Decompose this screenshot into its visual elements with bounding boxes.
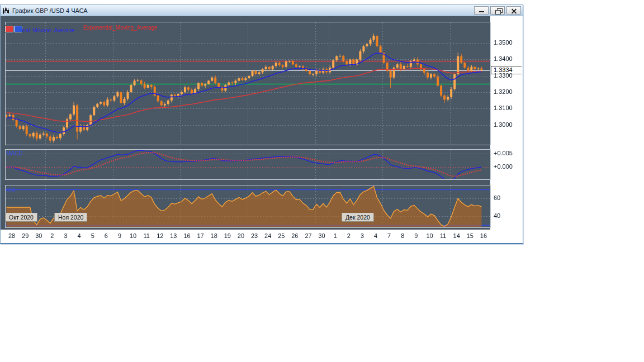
time-axis-label: 1	[334, 232, 337, 239]
time-axis-label: 27	[305, 232, 311, 239]
time-axis-label: 23	[251, 232, 258, 239]
time-axis-label: 18	[211, 232, 217, 239]
time-axis-label: 30	[318, 232, 325, 239]
time-axis-label: 6	[105, 232, 108, 239]
legend-ema-blue-wrap: Exponential_Moving_Average	[21, 25, 84, 32]
time-axis-label: 3	[64, 232, 67, 239]
price-axis-label: 1.3400	[494, 55, 513, 62]
chart-content: Exponential_Moving_Average Exponential_M…	[1, 16, 522, 243]
rsi-panel-label: RSI	[6, 187, 16, 193]
price-axis-label: 1.3500	[494, 39, 513, 46]
macd-panel-label: MACD	[6, 150, 22, 156]
rsi-axis-label: 40	[494, 212, 500, 219]
month-label-dec: Дек 2020	[342, 213, 374, 222]
time-axis-label: 11	[143, 232, 149, 239]
time-axis-label: 24	[264, 232, 271, 239]
month-label-oct: Окт 2020	[5, 213, 37, 222]
time-axis-label: 30	[35, 232, 42, 239]
chart-window: График GBP /USD 4 ЧАСА Exponential_Movin…	[0, 4, 523, 244]
legend-ema-blue-label: Exponential_Moving_Average	[21, 27, 75, 32]
macd-axis-label: +0.000	[494, 163, 513, 170]
price-axis-label: 1.3000	[494, 121, 513, 128]
minimize-button[interactable]	[474, 6, 489, 15]
month-label-nov: Ноя 2020	[54, 213, 87, 222]
time-axis-label: 29	[22, 232, 29, 239]
time-axis-label: 26	[291, 232, 298, 239]
time-axis-label: 20	[238, 232, 244, 239]
red-square-button[interactable]	[5, 26, 13, 32]
time-axis-label: 10	[130, 232, 136, 239]
time-axis-label: 3	[361, 232, 364, 239]
price-axis-label: 1.3300	[494, 72, 513, 79]
minimize-icon	[479, 11, 484, 12]
time-axis-label: 16	[480, 232, 487, 239]
close-button[interactable]	[506, 6, 521, 15]
time-axis-label: 17	[197, 232, 203, 239]
time-axis-label: 14	[453, 232, 460, 239]
legend-ema-red-label: Exponential_Moving_Average	[83, 25, 158, 31]
time-axis-label: 19	[224, 232, 231, 239]
window-title: График GBP /USD 4 ЧАСА	[12, 7, 472, 14]
time-axis-label: 4	[78, 232, 81, 239]
candlestick-chart-icon	[2, 7, 10, 14]
price-axis-label: 1.3200	[494, 88, 513, 95]
time-axis-label: 8	[401, 232, 404, 239]
rsi-axis-label: 60	[494, 194, 500, 201]
time-axis-label: 4	[374, 232, 377, 239]
window-titlebar[interactable]: График GBP /USD 4 ЧАСА	[1, 5, 523, 16]
time-axis-label: 2	[347, 232, 351, 239]
close-icon	[511, 8, 517, 14]
price-chart-canvas[interactable]	[1, 16, 522, 243]
time-axis-label: 2	[50, 232, 54, 239]
time-axis-label: 11	[440, 232, 446, 239]
restore-button[interactable]	[490, 6, 505, 15]
time-axis-label: 25	[278, 232, 285, 239]
time-axis-label: 28	[8, 232, 15, 239]
time-axis-label: 12	[157, 232, 163, 239]
time-axis-label: 15	[467, 232, 473, 239]
time-axis-label: 9	[414, 232, 418, 239]
time-axis-label: 13	[170, 232, 177, 239]
time-axis-label: 5	[91, 232, 94, 239]
time-axis-label: 10	[426, 232, 433, 239]
time-axis-label: 16	[183, 232, 190, 239]
price-axis-label: 1.3100	[494, 104, 513, 111]
restore-icon	[497, 8, 503, 13]
macd-axis-label: +0.005	[494, 150, 513, 156]
time-axis-label: 7	[387, 232, 391, 239]
time-axis-label: 9	[118, 232, 121, 239]
